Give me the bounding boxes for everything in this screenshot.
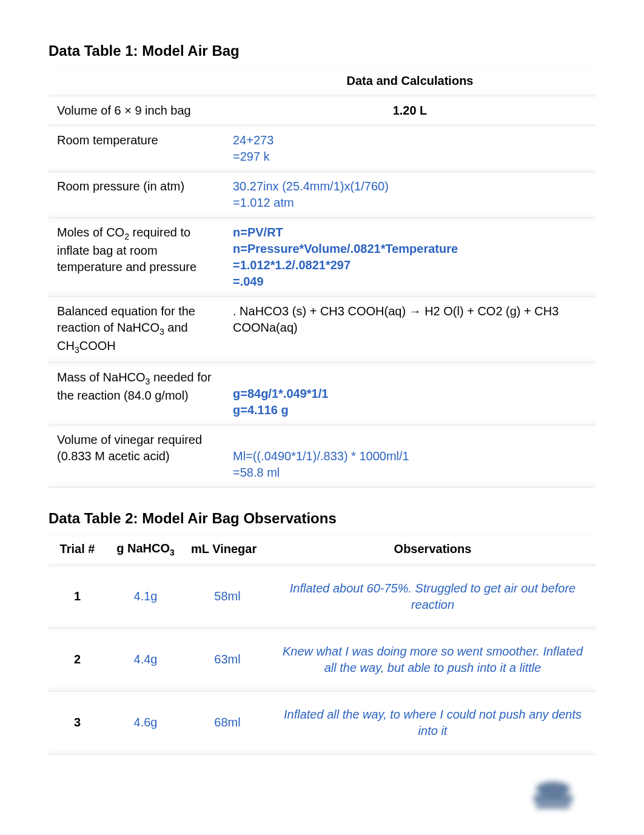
t1-r3-value: 30.27inx (25.4mm/1)x(1/760) =1.012 atm xyxy=(224,172,595,218)
t1-r4-line3: =1.012*1.2/.0821*297 xyxy=(233,258,351,272)
t1-r1-label: Volume of 6 × 9 inch bag xyxy=(49,96,224,126)
t1-header-left xyxy=(49,67,224,96)
footer-logo-icon xyxy=(523,777,583,813)
svg-point-0 xyxy=(536,782,570,796)
t1-r6-value: g=84g/1*.049*1/1 g=4.116 g xyxy=(224,363,595,426)
t2-r0-obs: Inflated about 60-75%. Struggled to get … xyxy=(270,566,595,629)
t2-r0-g: 4.1g xyxy=(106,566,185,629)
svg-rect-1 xyxy=(534,795,572,802)
t1-r4-label-a: Moles of CO xyxy=(57,226,124,239)
t1-header-right: Data and Calculations xyxy=(224,67,595,96)
data-table-1: Data and Calculations Volume of 6 × 9 in… xyxy=(49,67,595,488)
footer-logo-wrap xyxy=(49,777,595,816)
t2-r2-trial: 3 xyxy=(49,692,106,755)
t1-r3-label: Room pressure (in atm) xyxy=(49,172,224,218)
t2-r0-trial: 1 xyxy=(49,566,106,629)
t1-r5-value: . NaHCO3 (s) + CH3 COOH(aq) → H2 O(l) + … xyxy=(224,297,595,363)
t2-r2-g: 4.6g xyxy=(106,692,185,755)
t1-r6-line1: g=84g/1*.049*1/1 xyxy=(233,387,328,400)
t1-r6-label-a: Mass of NaHCO xyxy=(57,371,146,384)
table-row: 1 4.1g 58ml Inflated about 60-75%. Strug… xyxy=(49,566,595,629)
t1-r6-label: Mass of NaHCO3 needed for the reaction (… xyxy=(49,363,224,426)
t2-h-g-a: g NaHCO xyxy=(116,542,170,555)
table-row: 3 4.6g 68ml Inflated all the way, to whe… xyxy=(49,692,595,755)
table1-title: Data Table 1: Model Air Bag xyxy=(49,42,595,59)
t2-h-g: g NaHCO3 xyxy=(106,534,185,566)
t2-h-ml: mL Vinegar xyxy=(185,534,270,566)
t1-r5-label-c: COOH xyxy=(79,339,116,352)
t1-r3-line1: 30.27inx (25.4mm/1)x(1/760) xyxy=(233,179,389,193)
t1-r4-line1: n=PV/RT xyxy=(233,226,283,239)
t2-r0-ml: 58ml xyxy=(185,566,270,629)
t1-r2-label: Room temperature xyxy=(49,126,224,172)
t1-r7-line1: Ml=((.0490*1/1)/.833) * 1000ml/1 xyxy=(233,449,409,463)
t2-h-obs: Observations xyxy=(270,534,595,566)
t1-r4-line2: n=Pressure*Volume/.0821*Temperature xyxy=(233,242,458,255)
t2-r1-obs: Knew what I was doing more so went smoot… xyxy=(270,629,595,692)
t1-r4-label: Moles of CO2 required to inflate bag at … xyxy=(49,218,224,297)
t1-r7-line2: =58.8 ml xyxy=(233,466,280,479)
svg-rect-2 xyxy=(536,803,570,808)
t2-r1-trial: 2 xyxy=(49,629,106,692)
t1-r4-value: n=PV/RT n=Pressure*Volume/.0821*Temperat… xyxy=(224,218,595,297)
t2-r2-obs: Inflated all the way, to where I could n… xyxy=(270,692,595,755)
t2-r1-ml: 63ml xyxy=(185,629,270,692)
t1-r2-line2: =297 k xyxy=(233,150,270,163)
t1-r7-label-b: (0.833 M acetic acid) xyxy=(57,449,170,463)
table-row: 2 4.4g 63ml Knew what I was doing more s… xyxy=(49,629,595,692)
t1-r7-label: Volume of vinegar required (0.833 M acet… xyxy=(49,426,224,488)
t1-r7-label-a: Volume of vinegar required xyxy=(57,433,202,446)
data-table-2: Trial # g NaHCO3 mL Vinegar Observations… xyxy=(49,534,595,755)
t1-r5-label: Balanced equation for the reaction of Na… xyxy=(49,297,224,363)
t1-r4-line4: =.049 xyxy=(233,275,264,288)
t1-r3-line2: =1.012 atm xyxy=(233,196,294,209)
t1-r2-value: 24+273 =297 k xyxy=(224,126,595,172)
table2-title: Data Table 2: Model Air Bag Observations xyxy=(49,510,595,527)
t2-r2-ml: 68ml xyxy=(185,692,270,755)
t1-r1-value: 1.20 L xyxy=(224,96,595,126)
t1-r7-value: Ml=((.0490*1/1)/.833) * 1000ml/1 =58.8 m… xyxy=(224,426,595,488)
t1-r2-line1: 24+273 xyxy=(233,133,273,147)
t2-r1-g: 4.4g xyxy=(106,629,185,692)
t1-r6-line2: g=4.116 g xyxy=(233,403,289,417)
t2-h-trial: Trial # xyxy=(49,534,106,566)
